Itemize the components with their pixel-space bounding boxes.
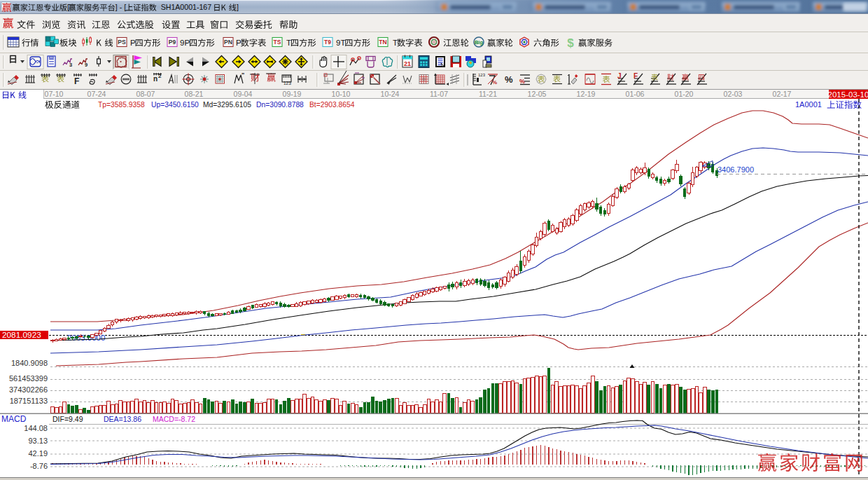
svg-text:]: ] [237,3,239,11]
svg-text:9P: 9P [180,39,190,47]
svg-text:n: n [153,75,158,83]
svg-text:DIF=9.49: DIF=9.49 [52,415,83,423]
svg-text:144.08: 144.08 [24,424,48,432]
svg-text:08-07: 08-07 [136,90,155,98]
svg-text:] - [: ] - [ [115,3,126,11]
svg-text:T: T [286,39,291,47]
svg-text:187151133: 187151133 [10,397,48,405]
svg-text:MACD=-8.72: MACD=-8.72 [153,415,195,423]
svg-text:3406.7900: 3406.7900 [718,165,754,174]
svg-text:1840.9098: 1840.9098 [11,359,48,367]
svg-text:09-04: 09-04 [234,90,253,98]
svg-text:01-20: 01-20 [675,90,694,98]
svg-text:Tp=3585.9358: Tp=3585.9358 [98,101,145,109]
svg-text:PN: PN [224,39,232,46]
svg-text:P: P [130,39,136,47]
svg-text:TN: TN [379,39,386,46]
svg-text:%: % [505,74,513,85]
svg-text:374302266: 374302266 [9,385,48,394]
svg-text:123: 123 [478,73,486,77]
svg-text:12-05: 12-05 [528,90,547,98]
svg-text:Big: Big [475,39,484,46]
svg-text:P: P [236,39,241,47]
svg-text:Dn=3090.8788: Dn=3090.8788 [256,101,304,109]
svg-text:10-10: 10-10 [332,90,351,98]
svg-text:Up=3450.6150: Up=3450.6150 [151,101,199,109]
svg-text:2015-03-10: 2015-03-10 [828,90,868,99]
svg-text:%: % [492,79,497,85]
svg-text:01-06: 01-06 [626,90,645,98]
svg-text:SH1A0001-167: SH1A0001-167 [157,3,211,11]
svg-text:J: J [617,72,622,80]
svg-text:Md=3295.6105: Md=3295.6105 [203,101,251,109]
svg-text:TS: TS [274,39,281,46]
svg-text:21: 21 [404,60,411,67]
svg-text:2081.0923: 2081.0923 [2,330,41,340]
svg-text:3: 3 [69,62,72,68]
svg-text:F: F [74,76,79,86]
svg-text:02-17: 02-17 [773,90,792,98]
svg-text:P9: P9 [169,39,176,46]
svg-text:T9: T9 [324,39,331,46]
svg-text:": " [241,71,244,78]
svg-text:9: 9 [85,62,88,68]
svg-text:10-24: 10-24 [381,90,400,98]
svg-text:T: T [393,39,398,47]
svg-text:MACD: MACD [1,414,27,424]
svg-text:F: F [634,72,638,80]
svg-text:123: 123 [284,81,291,85]
svg-text:1A0001: 1A0001 [795,100,822,109]
svg-text:07-24: 07-24 [88,90,106,98]
svg-text:12-19: 12-19 [577,90,596,98]
svg-text:PS: PS [118,39,126,46]
svg-text:11-21: 11-21 [479,90,497,98]
svg-text:Bt=2903.8654: Bt=2903.8654 [309,101,355,109]
svg-text:%: % [519,78,525,85]
svg-text:02-03: 02-03 [724,90,743,98]
svg-text:93.13: 93.13 [28,437,48,445]
svg-text:[: [ [67,3,69,11]
svg-text:DEA=13.86: DEA=13.86 [104,415,141,423]
svg-text:561453399: 561453399 [9,374,48,383]
svg-text:07-10: 07-10 [45,90,64,98]
svg-text:11-07: 11-07 [430,90,448,98]
svg-text:09-19: 09-19 [283,90,302,98]
svg-text:42.19: 42.19 [28,449,48,458]
svg-text:9T: 9T [336,39,345,47]
svg-text:$: $ [567,36,574,50]
svg-text:-8.76: -8.76 [30,462,48,470]
svg-text:08-21: 08-21 [185,90,204,98]
